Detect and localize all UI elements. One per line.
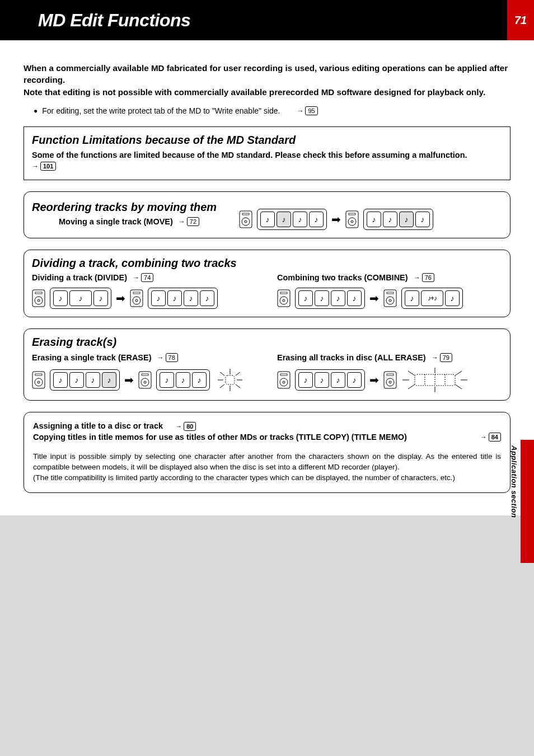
track-cell: ♪ bbox=[277, 212, 291, 227]
svg-rect-1 bbox=[242, 213, 249, 215]
svg-point-44 bbox=[283, 381, 285, 383]
intro-p2: Note that editing is not possible with c… bbox=[24, 87, 510, 98]
title-body: Title input is possible simply by select… bbox=[33, 452, 501, 483]
page-title: MD Edit Functions bbox=[38, 10, 190, 31]
disc-icon bbox=[277, 371, 291, 389]
limitations-body: Some of the functions are limited becaus… bbox=[32, 150, 502, 172]
svg-point-31 bbox=[144, 381, 146, 383]
svg-point-23 bbox=[389, 299, 391, 302]
reorder-heading: Reordering tracks by moving them bbox=[32, 201, 217, 214]
bullet-icon: ● bbox=[34, 107, 38, 115]
intro-p1: When a commercially available MD fabrica… bbox=[24, 63, 510, 86]
track-cell: ♪ bbox=[315, 290, 329, 306]
svg-line-53 bbox=[408, 371, 415, 375]
track-set-before: ♪ ♪ ♪ bbox=[50, 288, 111, 309]
track-cell: ♪ bbox=[383, 212, 397, 227]
svg-line-56 bbox=[455, 384, 462, 389]
track-set-before: ♪ ♪ ♪ ♪ bbox=[295, 369, 365, 391]
svg-rect-13 bbox=[133, 292, 140, 294]
svg-line-38 bbox=[220, 384, 224, 388]
svg-point-11 bbox=[38, 299, 40, 302]
disc-icon bbox=[130, 289, 143, 307]
arrow-icon: ➡ bbox=[116, 292, 125, 305]
svg-point-43 bbox=[280, 378, 288, 386]
svg-point-15 bbox=[135, 299, 138, 302]
erase-all-diagram: ♪ ♪ ♪ ♪ ➡ bbox=[277, 368, 502, 392]
track-cell: ♪ bbox=[93, 290, 108, 306]
arrow-icon: → bbox=[414, 274, 420, 281]
erase-panel: Erasing track(s) Erasing a single track … bbox=[24, 328, 510, 401]
page-ref-box: 74 bbox=[141, 273, 153, 282]
limitations-heading: Function Limitations because of the MD S… bbox=[32, 134, 502, 147]
erase-single-sublabel: Erasing a single track (ERASE) bbox=[32, 353, 152, 362]
track-cell: ♪ bbox=[151, 290, 166, 306]
svg-point-14 bbox=[133, 297, 140, 304]
arrow-icon: ➡ bbox=[369, 373, 379, 387]
svg-point-19 bbox=[283, 299, 285, 302]
page-ref-95: → 95 bbox=[297, 106, 317, 115]
combine-diagram: ♪ ♪ ♪ ♪ ➡ ♪ ♪+♪ ♪ bbox=[277, 288, 502, 309]
track-cell: ♪ bbox=[53, 372, 68, 388]
track-cell: ♪ bbox=[298, 372, 313, 388]
svg-point-27 bbox=[38, 381, 40, 383]
arrow-icon: ➡ bbox=[369, 292, 379, 305]
burst-icon bbox=[214, 368, 246, 392]
svg-rect-40 bbox=[226, 375, 235, 384]
page-ref-101: → 101 bbox=[32, 162, 56, 171]
track-cell: ♪ bbox=[184, 290, 198, 306]
svg-rect-42 bbox=[280, 374, 287, 375]
track-set-after: ♪ ♪ ♪ ♪ bbox=[148, 288, 218, 309]
title-panel: Assigning a title to a disc or track → 8… bbox=[24, 412, 510, 493]
track-cell: ♪ bbox=[347, 290, 362, 306]
track-set-before: ♪ ♪ ♪ ♪ bbox=[295, 288, 365, 309]
svg-point-22 bbox=[386, 297, 394, 304]
page-number: 71 bbox=[514, 14, 527, 27]
reorder-diagram: ♪ ♪ ♪ ♪ ➡ ♪ ♪ ♪ ♪ bbox=[239, 209, 433, 230]
side-tab bbox=[521, 440, 534, 563]
disc-icon bbox=[138, 371, 152, 389]
track-cell: ♪ bbox=[167, 290, 182, 306]
svg-point-6 bbox=[348, 218, 356, 226]
disc-icon bbox=[383, 371, 397, 389]
track-cell: ♪ bbox=[415, 212, 430, 227]
svg-point-7 bbox=[351, 220, 353, 223]
track-cell: ♪ bbox=[367, 212, 381, 227]
svg-point-30 bbox=[141, 378, 149, 386]
track-cell: ♪ bbox=[160, 372, 174, 388]
svg-rect-9 bbox=[35, 292, 42, 294]
track-cell: ♪ bbox=[445, 290, 460, 306]
disc-icon bbox=[32, 289, 45, 307]
page-header: MD Edit Functions 71 bbox=[0, 0, 534, 40]
title-line2: Copying titles in title memos for use as… bbox=[33, 431, 501, 443]
track-cell: ♪ bbox=[86, 372, 100, 388]
title-line1: Assigning a title to a disc or track → 8… bbox=[33, 420, 501, 431]
track-cell: ♪ bbox=[331, 372, 345, 388]
arrow-icon: → bbox=[32, 162, 39, 171]
side-label: Application section bbox=[510, 445, 518, 518]
page-ref-76: → 76 bbox=[414, 273, 434, 282]
svg-rect-21 bbox=[387, 292, 394, 294]
svg-rect-46 bbox=[387, 374, 394, 375]
track-cell-wide: ♪ bbox=[69, 290, 92, 306]
svg-line-54 bbox=[455, 371, 462, 375]
track-cell: ♪ bbox=[298, 290, 313, 306]
track-set-after: ♪ ♪+♪ ♪ bbox=[401, 288, 463, 309]
svg-rect-25 bbox=[35, 374, 42, 375]
track-set-after: ♪ ♪ ♪ ♪ bbox=[363, 209, 433, 230]
intro-block: When a commercially available MD fabrica… bbox=[24, 63, 510, 98]
svg-line-37 bbox=[236, 372, 240, 375]
combine-sublabel: Combining two tracks (COMBINE) bbox=[277, 273, 408, 282]
reorder-sublabel: Moving a single track (MOVE) bbox=[59, 217, 173, 226]
track-cell-combined: ♪+♪ bbox=[421, 290, 443, 306]
divide-sublabel: Dividing a track (DIVIDE) bbox=[32, 273, 127, 282]
track-cell: ♪ bbox=[399, 212, 414, 227]
track-cell: ♪ bbox=[69, 372, 84, 388]
disc-icon bbox=[32, 371, 45, 389]
divide-heading: Dividing a track, combining two tracks bbox=[32, 257, 502, 270]
track-cell: ♪ bbox=[309, 212, 324, 227]
erase-single-diagram: ♪ ♪ ♪ ♪ ➡ ♪ ♪ ♪ bbox=[32, 368, 257, 392]
arrow-icon: ➡ bbox=[124, 373, 134, 387]
page-ref-74: → 74 bbox=[133, 273, 153, 282]
track-cell: ♪ bbox=[200, 290, 214, 306]
burst-icon-large bbox=[401, 368, 469, 392]
